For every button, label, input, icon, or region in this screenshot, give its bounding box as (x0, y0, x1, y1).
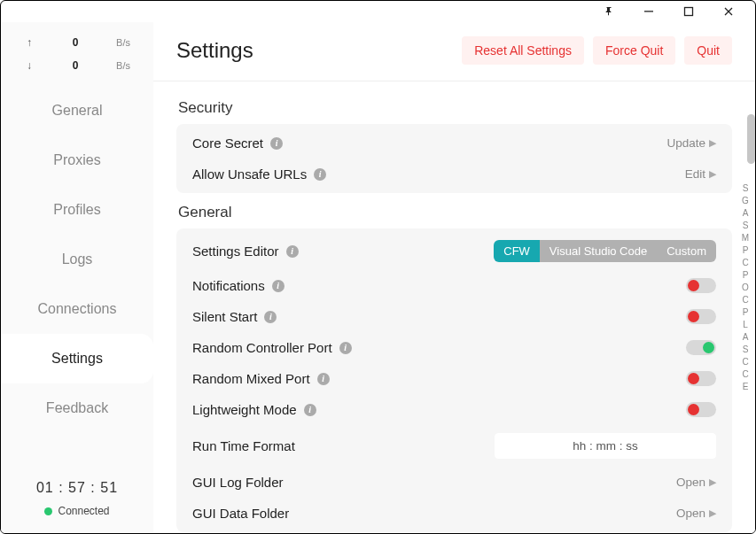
chevron-right-icon: ▶ (709, 137, 716, 149)
random-controller-label: Random Controller Port (192, 340, 332, 355)
runtime-format-label: Run Time Format (192, 438, 295, 453)
info-icon[interactable]: i (304, 404, 316, 416)
random-controller-toggle[interactable] (686, 340, 716, 355)
row-random-controller: Random Controller Port i (176, 332, 732, 363)
index-letter[interactable]: M (742, 233, 749, 243)
svg-rect-1 (684, 8, 692, 16)
scrollbar-thumb[interactable] (747, 114, 755, 164)
main-panel: Settings Reset All Settings Force Quit Q… (153, 22, 755, 533)
allow-unsafe-edit-link[interactable]: Edit ▶ (685, 167, 716, 181)
settings-content[interactable]: Security Core Secret i Update ▶ Allow Un… (153, 81, 755, 533)
minimize-button[interactable] (628, 1, 668, 22)
random-mixed-toggle[interactable] (686, 371, 716, 386)
index-letter[interactable]: O (742, 282, 749, 292)
gui-data-open-link[interactable]: Open ▶ (676, 507, 716, 520)
sidebar-item-logs[interactable]: Logs (1, 235, 153, 284)
sidebar-nav: General Proxies Profiles Logs Connection… (1, 81, 153, 471)
connection-status: Connected (1, 505, 153, 517)
quit-button[interactable]: Quit (684, 36, 732, 65)
info-icon[interactable]: i (286, 245, 299, 258)
info-icon[interactable]: i (264, 311, 277, 323)
sidebar-label: Settings (51, 351, 103, 367)
silent-start-label: Silent Start (192, 309, 257, 324)
gui-log-label: GUI Log Folder (192, 475, 284, 490)
notifications-toggle[interactable] (686, 278, 716, 293)
index-letter[interactable]: S (743, 344, 749, 354)
row-allow-unsafe: Allow Unsafe URLs i Edit ▶ (176, 159, 732, 190)
seg-custom[interactable]: Custom (657, 240, 716, 262)
notifications-label: Notifications (192, 278, 265, 293)
index-letter[interactable]: G (742, 196, 749, 205)
action-text: Update (666, 136, 705, 150)
sidebar-label: Logs (62, 252, 93, 267)
info-icon[interactable]: i (270, 137, 283, 150)
info-icon[interactable]: i (272, 280, 284, 292)
index-letter[interactable]: A (743, 332, 749, 342)
seg-vscode[interactable]: Visual Studio Code (540, 240, 657, 262)
row-settings-editor: Settings Editor i CFW Visual Studio Code… (176, 232, 732, 270)
row-notifications: Notifications i (176, 270, 732, 301)
status-text: Connected (58, 505, 109, 517)
info-icon[interactable]: i (314, 168, 326, 181)
index-letter[interactable]: C (742, 295, 748, 305)
index-letter[interactable]: C (742, 258, 748, 267)
seg-cfw[interactable]: CFW (494, 240, 540, 262)
svg-rect-0 (644, 11, 653, 12)
sidebar-item-general[interactable]: General (1, 86, 153, 135)
force-quit-button[interactable]: Force Quit (593, 36, 675, 65)
sidebar-label: Proxies (53, 152, 100, 168)
sidebar-footer: 01 : 57 : 51 Connected (1, 471, 153, 533)
index-letter[interactable]: C (742, 357, 748, 367)
reset-settings-button[interactable]: Reset All Settings (462, 36, 584, 65)
row-gui-data: GUI Data Folder Open ▶ (176, 498, 732, 529)
gui-log-open-link[interactable]: Open ▶ (676, 476, 716, 489)
page-title: Settings (176, 38, 253, 63)
action-text: Edit (685, 167, 705, 181)
close-button[interactable] (708, 1, 748, 22)
runtime-text: 01 : 57 : 51 (1, 480, 153, 496)
index-letter[interactable]: P (743, 270, 749, 280)
traffic-down-unit: B/s (116, 60, 130, 71)
row-random-mixed: Random Mixed Port i (176, 363, 732, 394)
sidebar-label: Connections (38, 301, 117, 317)
action-text: Open (676, 507, 705, 520)
sidebar-item-settings[interactable]: Settings (1, 334, 153, 383)
status-dot-icon (44, 507, 52, 515)
runtime-format-input[interactable] (495, 433, 716, 459)
chevron-right-icon: ▶ (709, 476, 716, 488)
info-icon[interactable]: i (339, 342, 352, 354)
index-letter[interactable]: S (743, 183, 749, 193)
index-letter[interactable]: S (743, 221, 749, 230)
security-card: Core Secret i Update ▶ Allow Unsafe URLs… (176, 124, 732, 193)
app-shell: ↑ 0 B/s ↓ 0 B/s General Proxies Profiles… (1, 22, 755, 533)
index-letter[interactable]: C (742, 369, 748, 379)
settings-editor-label: Settings Editor (192, 244, 279, 259)
gui-data-label: GUI Data Folder (192, 506, 289, 521)
traffic-down-value: 0 (73, 59, 79, 72)
random-mixed-label: Random Mixed Port (192, 371, 310, 386)
section-index-rail[interactable]: SGASMPCPOCPLASCCE (739, 183, 752, 391)
sidebar-item-feedback[interactable]: Feedback (1, 383, 153, 433)
lightweight-toggle[interactable] (686, 402, 716, 417)
row-gui-log: GUI Log Folder Open ▶ (176, 467, 732, 498)
sidebar-item-proxies[interactable]: Proxies (1, 135, 153, 185)
silent-start-toggle[interactable] (686, 309, 716, 324)
sidebar-item-profiles[interactable]: Profiles (1, 185, 153, 235)
core-secret-update-link[interactable]: Update ▶ (666, 136, 716, 150)
index-letter[interactable]: E (743, 382, 749, 391)
pin-icon (604, 6, 614, 17)
maximize-button[interactable] (668, 1, 708, 22)
index-letter[interactable]: A (743, 208, 749, 218)
row-silent-start: Silent Start i (176, 301, 732, 332)
sidebar-item-connections[interactable]: Connections (1, 284, 153, 334)
index-letter[interactable]: P (743, 245, 749, 255)
sidebar-label: General (52, 103, 103, 119)
window-titlebar (1, 1, 755, 22)
index-letter[interactable]: L (743, 320, 748, 329)
maximize-icon (683, 6, 694, 17)
index-letter[interactable]: P (743, 307, 749, 317)
minimize-icon (643, 6, 654, 17)
info-icon[interactable]: i (317, 373, 330, 385)
pin-button[interactable] (588, 1, 628, 22)
section-title-general: General (178, 204, 732, 221)
